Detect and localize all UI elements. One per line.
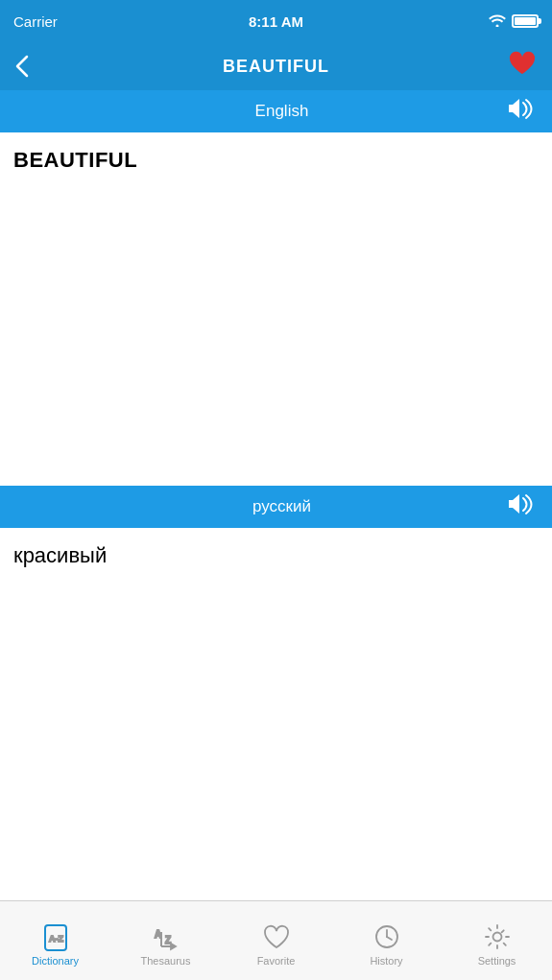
favorite-icon — [262, 922, 291, 951]
svg-point-10 — [492, 933, 501, 942]
favorite-heart-button[interactable] — [498, 51, 537, 83]
russian-lang-label: русский — [58, 497, 506, 516]
nav-bar: BEAUTIFUL — [0, 42, 552, 90]
nav-title: BEAUTIFUL — [223, 57, 329, 77]
settings-icon — [483, 922, 512, 951]
status-icons — [489, 13, 539, 30]
svg-line-9 — [387, 937, 392, 940]
thesaurus-icon: A Z — [152, 922, 180, 951]
russian-content-area: красивый — [0, 528, 552, 825]
english-lang-label: English — [58, 102, 506, 121]
tab-thesaurus[interactable]: A Z Thesaurus — [110, 915, 221, 967]
english-content-area: BEAUTIFUL — [0, 132, 552, 486]
tab-bar: A-Z Dictionary A Z Thesaurus Favorite — [0, 900, 552, 980]
tab-thesaurus-label: Thesaurus — [141, 955, 191, 967]
tab-favorite[interactable]: Favorite — [221, 915, 331, 967]
russian-word: красивый — [13, 543, 107, 567]
tab-dictionary-label: Dictionary — [32, 955, 79, 967]
svg-marker-6 — [171, 944, 176, 949]
carrier-label: Carrier — [13, 13, 58, 30]
english-speaker-button[interactable] — [506, 97, 533, 126]
english-lang-bar: English — [0, 90, 552, 132]
status-bar: Carrier 8:11 AM — [0, 0, 552, 42]
tab-history[interactable]: History — [331, 915, 442, 967]
battery-icon — [512, 14, 539, 28]
russian-speaker-button[interactable] — [506, 492, 533, 521]
dictionary-icon: A-Z — [41, 922, 70, 951]
status-time: 8:11 AM — [249, 13, 303, 30]
svg-text:A-Z: A-Z — [49, 934, 63, 944]
tab-settings[interactable]: Settings — [442, 915, 552, 967]
back-button[interactable] — [15, 55, 54, 78]
english-word: BEAUTIFUL — [13, 148, 137, 172]
tab-dictionary[interactable]: A-Z Dictionary — [0, 915, 110, 967]
tab-settings-label: Settings — [478, 955, 516, 967]
russian-lang-bar: русский — [0, 486, 552, 528]
tab-favorite-label: Favorite — [257, 955, 296, 967]
tab-history-label: History — [370, 955, 402, 967]
history-icon — [372, 922, 401, 951]
wifi-icon — [489, 13, 506, 30]
